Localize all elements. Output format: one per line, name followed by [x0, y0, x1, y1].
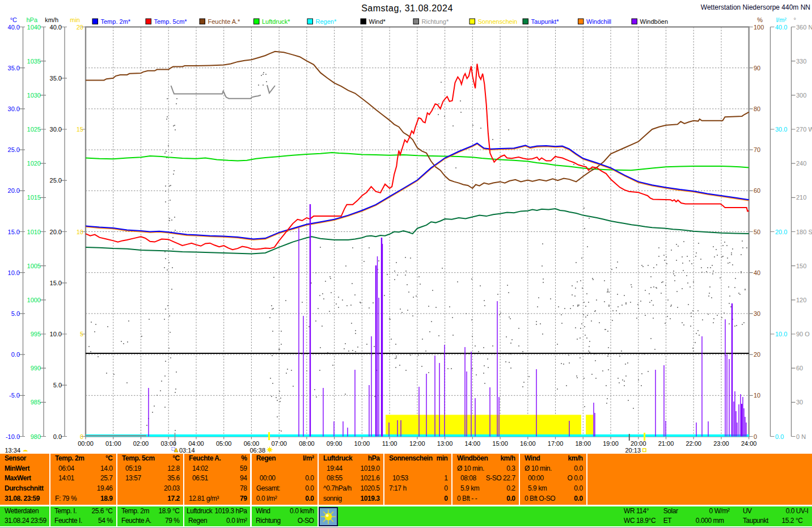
svg-text:40.0: 40.0	[775, 24, 787, 31]
svg-text:20: 20	[754, 351, 760, 358]
svg-text:1010: 1010	[27, 229, 41, 235]
svg-text:09:00: 09:00	[327, 440, 342, 447]
svg-text:10:00: 10:00	[354, 440, 370, 447]
svg-text:Taupunkt*: Taupunkt*	[531, 18, 560, 25]
svg-text:60: 60	[754, 187, 760, 194]
svg-text:35.0: 35.0	[8, 65, 20, 71]
svg-text:10.0: 10.0	[775, 331, 787, 337]
svg-text:330: 330	[796, 58, 806, 65]
svg-text:06:00: 06:00	[244, 440, 260, 447]
svg-text:24:00: 24:00	[741, 440, 757, 447]
svg-text:5: 5	[80, 331, 83, 337]
svg-text:40.0: 40.0	[50, 24, 62, 31]
svg-text:20.0: 20.0	[775, 229, 787, 235]
svg-text:Windchill: Windchill	[586, 18, 611, 25]
svg-text:1020: 1020	[27, 160, 41, 167]
svg-text:0.0: 0.0	[53, 433, 62, 440]
svg-text:10: 10	[754, 392, 760, 399]
svg-text:17:00: 17:00	[548, 440, 564, 447]
svg-text:Feuchte A.*: Feuchte A.*	[208, 18, 241, 25]
svg-text:5.0: 5.0	[53, 382, 62, 388]
svg-text:22:00: 22:00	[686, 440, 701, 447]
svg-text:5.0: 5.0	[11, 310, 20, 317]
svg-text:20.0: 20.0	[50, 229, 62, 235]
svg-text:11:00: 11:00	[382, 440, 397, 447]
svg-text:hPa: hPa	[26, 16, 37, 23]
svg-text:30: 30	[796, 399, 803, 405]
svg-text:90 O: 90 O	[796, 331, 810, 337]
svg-text:00:00: 00:00	[78, 440, 94, 447]
svg-text:70: 70	[754, 146, 760, 153]
svg-text:l/m²: l/m²	[776, 16, 787, 23]
svg-text:120: 120	[796, 297, 806, 303]
svg-text:985: 985	[31, 399, 41, 405]
svg-text:Luftdruck*: Luftdruck*	[262, 18, 290, 25]
svg-text:1030: 1030	[27, 92, 41, 99]
svg-text:360 N: 360 N	[796, 24, 812, 31]
svg-text:Windböen: Windböen	[640, 18, 669, 25]
svg-text:20:13: 20:13	[625, 447, 641, 454]
svg-text:08:00: 08:00	[299, 440, 315, 447]
svg-text:100: 100	[754, 24, 764, 31]
svg-text:12:00: 12:00	[409, 440, 425, 447]
svg-text:02:00: 02:00	[133, 440, 149, 447]
svg-text:210: 210	[796, 194, 806, 201]
svg-text:23:00: 23:00	[713, 440, 729, 447]
svg-text:25.0: 25.0	[8, 146, 20, 153]
svg-text:1015: 1015	[27, 194, 41, 201]
svg-text:18:00: 18:00	[576, 440, 591, 447]
svg-text:40.0: 40.0	[8, 24, 20, 31]
svg-text:01:00: 01:00	[105, 440, 121, 447]
svg-text:150: 150	[796, 263, 806, 269]
svg-text:0: 0	[80, 433, 83, 440]
svg-text:20.0: 20.0	[8, 187, 20, 194]
svg-text:1000: 1000	[27, 297, 41, 303]
svg-text:10.0: 10.0	[8, 269, 20, 276]
svg-text:300: 300	[796, 92, 806, 99]
svg-text:80: 80	[754, 105, 760, 112]
svg-text:05:00: 05:00	[216, 440, 232, 447]
svg-text:Temp. 5cm*: Temp. 5cm*	[154, 18, 188, 25]
svg-text:20:00: 20:00	[631, 440, 646, 447]
svg-text:20: 20	[77, 24, 83, 31]
svg-text:km/h: km/h	[45, 16, 58, 23]
svg-text:30.0: 30.0	[8, 105, 20, 112]
svg-text:1040: 1040	[27, 24, 41, 31]
svg-text:60: 60	[796, 365, 803, 371]
svg-text:Regen*: Regen*	[316, 18, 337, 25]
svg-text:%: %	[757, 16, 763, 23]
svg-text:16:00: 16:00	[520, 440, 536, 447]
svg-text:Temp. 2m*: Temp. 2m*	[101, 18, 131, 25]
svg-text:10: 10	[77, 229, 83, 235]
svg-text:13:00: 13:00	[437, 440, 453, 447]
svg-text:180 S: 180 S	[796, 229, 812, 235]
svg-text:15: 15	[77, 126, 83, 133]
svg-text:14:00: 14:00	[465, 440, 481, 447]
svg-text:995: 995	[31, 331, 41, 337]
svg-text:15.0: 15.0	[50, 280, 62, 286]
svg-text:21:00: 21:00	[658, 440, 674, 447]
svg-text:0: 0	[754, 433, 757, 440]
svg-text:13:34: 13:34	[5, 447, 20, 454]
svg-text:06:38: 06:38	[249, 447, 265, 454]
svg-text:0 N: 0 N	[796, 433, 806, 440]
svg-text:Sonnenschein: Sonnenschein	[478, 18, 518, 25]
svg-text:270 W: 270 W	[796, 126, 812, 133]
svg-text:04:00: 04:00	[188, 440, 204, 447]
svg-text:25.0: 25.0	[50, 177, 62, 184]
svg-text:1025: 1025	[27, 126, 41, 133]
svg-text:°: °	[794, 16, 796, 23]
svg-text:15.0: 15.0	[8, 229, 20, 235]
svg-text:-10.0: -10.0	[6, 433, 20, 440]
svg-text:40: 40	[754, 269, 760, 276]
svg-text:1005: 1005	[27, 263, 41, 269]
svg-text:10.0: 10.0	[50, 331, 62, 337]
svg-text:03:14: 03:14	[179, 447, 195, 454]
svg-text:0.0: 0.0	[775, 433, 784, 440]
svg-text:35.0: 35.0	[50, 75, 62, 82]
svg-text:30.0: 30.0	[50, 126, 62, 133]
svg-text:30.0: 30.0	[775, 126, 787, 133]
svg-text:990: 990	[31, 365, 41, 371]
svg-text:90: 90	[754, 65, 760, 71]
svg-text:min: min	[70, 16, 80, 23]
